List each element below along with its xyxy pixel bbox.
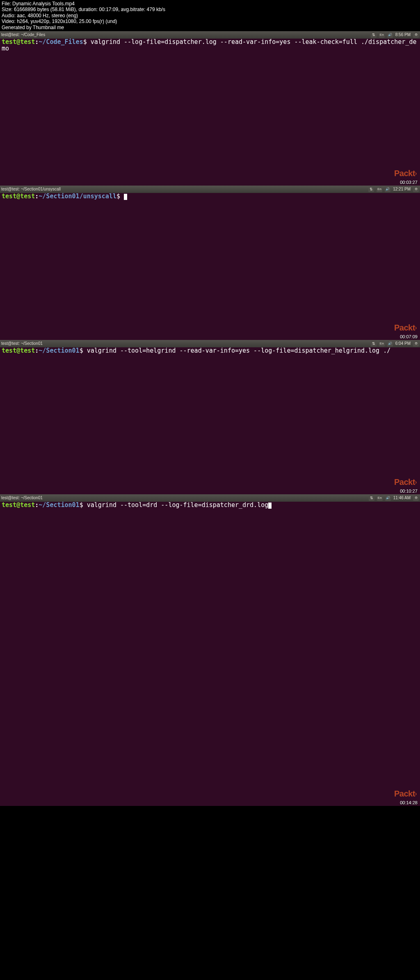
network-icon[interactable] (371, 341, 377, 347)
clock[interactable]: 6:04 PM (395, 341, 411, 346)
gear-icon[interactable]: ⚙ (413, 341, 419, 347)
language-indicator[interactable]: En (377, 186, 382, 192)
network-icon[interactable] (371, 32, 377, 38)
clock[interactable]: 11:46 AM (393, 496, 411, 500)
network-icon[interactable] (368, 186, 374, 192)
video-timestamp: 00:10:27 (400, 489, 418, 493)
system-tray: En 11:46 AM ⚙ (369, 495, 419, 501)
file-line: File: Dynamic Analysis Tools.mp4 (2, 1, 418, 7)
terminal-pane-2: test@test: ~/Section01/unsyscall En 12:2… (0, 186, 420, 340)
size-line: Size: 61668896 bytes (58.81 MiB), durati… (2, 7, 418, 12)
language-indicator[interactable]: En (377, 495, 383, 501)
system-tray: En 8:56 PM ⚙ (371, 32, 419, 38)
prompt-path: ~/Section01 (39, 501, 79, 509)
prompt-user: test@test (2, 193, 35, 200)
video-timestamp: 00:14:28 (400, 800, 418, 805)
clock[interactable]: 8:56 PM (395, 32, 411, 37)
gear-icon[interactable]: ⚙ (413, 32, 419, 38)
volume-icon[interactable] (385, 495, 391, 501)
window-title: test@test: ~/Section01 (1, 496, 369, 500)
terminal-body[interactable]: test@test:~/Section01$ valgrind --tool=d… (0, 502, 420, 509)
system-tray: En 12:21 PM ⚙ (368, 186, 419, 192)
window-titlebar[interactable]: test@test: ~/Section01/unsyscall En 12:2… (0, 186, 420, 193)
terminal-pane-3: test@test: ~/Section01 En 6:04 PM ⚙ test… (0, 340, 420, 494)
terminal-body[interactable]: test@test:~/Section01/unsyscall$ (0, 193, 420, 200)
volume-icon[interactable] (387, 32, 393, 38)
video-timestamp: 00:03:27 (400, 180, 418, 185)
window-titlebar[interactable]: test@test: ~/Code_Files En 8:56 PM ⚙ (0, 31, 420, 39)
packt-watermark: Packt› (394, 477, 417, 487)
packt-watermark: Packt› (394, 789, 417, 799)
audio-line: Audio: aac, 48000 Hz, stereo (eng) (2, 13, 418, 18)
language-indicator[interactable]: En (379, 32, 385, 38)
prompt-user: test@test (2, 501, 35, 509)
terminal-pane-1: test@test: ~/Code_Files En 8:56 PM ⚙ tes… (0, 31, 420, 186)
language-indicator[interactable]: En (379, 341, 385, 347)
window-title: test@test: ~/Section01/unsyscall (1, 187, 368, 191)
clock[interactable]: 12:21 PM (393, 187, 411, 191)
prompt-user: test@test (2, 347, 35, 354)
prompt-path: ~/Code_Files (39, 38, 83, 46)
terminal-body[interactable]: test@test:~/Section01$ valgrind --tool=h… (0, 347, 420, 355)
prompt-path: ~/Section01/unsyscall (39, 193, 116, 200)
prompt-path: ~/Section01 (39, 347, 79, 354)
gear-icon[interactable]: ⚙ (413, 186, 419, 192)
network-icon[interactable] (369, 495, 374, 501)
window-title: test@test: ~/Code_Files (1, 32, 371, 37)
video-line: Video: h264, yuv420p, 1920x1080, 25.00 f… (2, 18, 418, 24)
video-metadata-header: File: Dynamic Analysis Tools.mp4 Size: 6… (0, 0, 420, 31)
generator-line: Generated by Thumbnail me (2, 25, 418, 30)
gear-icon[interactable]: ⚙ (413, 495, 419, 501)
command-text: valgrind --tool=helgrind --read-var-info… (87, 347, 391, 354)
window-titlebar[interactable]: test@test: ~/Section01 En 11:46 AM ⚙ (0, 494, 420, 502)
volume-icon[interactable] (385, 186, 390, 192)
terminal-body[interactable]: test@test:~/Code_Files$ valgrind --log-f… (0, 39, 420, 53)
packt-watermark: Packt› (394, 169, 417, 178)
system-tray: En 6:04 PM ⚙ (371, 341, 419, 347)
cursor (124, 194, 127, 200)
terminal-pane-4: test@test: ~/Section01 En 11:46 AM ⚙ tes… (0, 494, 420, 806)
window-titlebar[interactable]: test@test: ~/Section01 En 6:04 PM ⚙ (0, 340, 420, 347)
packt-watermark: Packt› (394, 323, 417, 333)
cursor (268, 503, 272, 509)
window-title: test@test: ~/Section01 (1, 341, 371, 346)
command-text: valgrind --tool=drd --log-file=dispatche… (87, 501, 269, 509)
volume-icon[interactable] (387, 341, 393, 347)
video-timestamp: 00:07:09 (400, 334, 418, 339)
